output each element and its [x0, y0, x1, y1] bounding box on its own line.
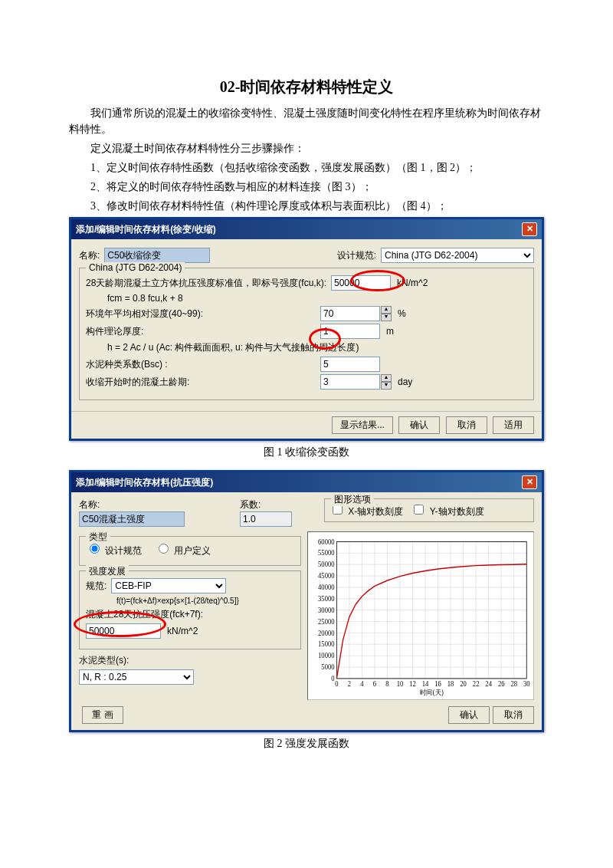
step-2: 2、将定义的时间依存特性函数与相应的材料连接（图 3）； [90, 179, 544, 195]
svg-text:5000: 5000 [321, 663, 335, 671]
ok-button[interactable]: 确认 [398, 416, 440, 434]
fcm-formula: fcm = 0.8 fcu,k + 8 [107, 293, 527, 304]
fcu-label: 28天龄期混凝土立方体抗压强度标准值，即标号强度(fcu,k): [86, 277, 326, 290]
svg-text:22: 22 [473, 680, 480, 688]
dialog-title: 添加/编辑时间依存材料(徐变/收缩) [76, 223, 216, 236]
humidity-unit: % [398, 308, 406, 319]
thickness-input[interactable] [320, 324, 380, 339]
humidity-label: 环境年平均相对湿度(40~99): [86, 307, 316, 321]
svg-text:15000: 15000 [318, 640, 335, 648]
thickness-unit: m [386, 326, 394, 337]
h-formula: h = 2 Ac / u (Ac: 构件截面面积, u: 构件与大气接触的周边长… [107, 341, 527, 354]
bsc-input[interactable] [320, 357, 380, 372]
close-icon[interactable]: ✕ [522, 475, 537, 489]
name-label: 名称: [79, 249, 100, 262]
dialog-comp-strength: 添加/编辑时间依存材料(抗压强度) ✕ 名称: 系数: 图形选项 X-轴对数刻度 [69, 470, 544, 732]
thickness-label: 构件理论厚度: [86, 325, 316, 338]
humidity-spinner[interactable]: ▲▼ [381, 306, 392, 321]
show-result-button[interactable]: 显示结果... [332, 416, 393, 434]
close-icon[interactable]: ✕ [522, 222, 537, 236]
shrink-age-spinner[interactable]: ▲▼ [381, 374, 392, 390]
spec-label: 规范: [86, 580, 107, 593]
svg-text:8: 8 [385, 680, 389, 688]
svg-text:35000: 35000 [318, 595, 335, 603]
svg-text:16: 16 [434, 680, 441, 688]
intro-paragraph-2: 定义混凝土时间依存材料特性分三步骤操作： [69, 140, 544, 156]
svg-text:12: 12 [409, 680, 416, 688]
spec-select[interactable]: China (JTG D62-2004) [381, 248, 534, 263]
svg-text:20000: 20000 [318, 629, 335, 636]
svg-text:55000: 55000 [318, 549, 335, 557]
xlog-checkbox[interactable]: X-轴对数刻度 [329, 506, 403, 517]
button-row: 显示结果... 确认 取消 适用 [71, 411, 542, 439]
fcu-input[interactable] [331, 275, 391, 291]
bsc-label: 水泥种类系数(Bsc) : [86, 358, 316, 371]
svg-text:0: 0 [335, 680, 339, 688]
fcu-unit: kN/m^2 [397, 278, 428, 288]
spec-label: 设计规范: [337, 249, 376, 262]
formula-text: f(t)=(fck+Δf)×exp{s×[1-(28/teq)^0.5]} [116, 597, 294, 605]
apply-button[interactable]: 适用 [493, 416, 534, 434]
svg-text:2: 2 [348, 680, 352, 688]
cancel-button[interactable]: 取消 [493, 706, 534, 724]
dialog-creep-shrinkage: 添加/编辑时间依存材料(徐变/收缩) ✕ 名称: 设计规范: China (JT… [69, 217, 544, 441]
ylog-checkbox[interactable]: Y-轴对数刻度 [411, 506, 484, 517]
fck-label: 混凝土28天抗压强度(fck+7f): [86, 608, 294, 621]
strength-dev-legend: 强度发展 [86, 565, 129, 578]
coef-input [240, 511, 292, 527]
fieldset-legend: China (JTG D62-2004) [86, 262, 185, 273]
strength-chart: 0500010000150002000025000300003500040000… [307, 531, 534, 700]
shrink-age-label: 收缩开始时的混凝土龄期: [86, 376, 316, 389]
svg-text:20: 20 [460, 680, 467, 688]
titlebar[interactable]: 添加/编辑时间依存材料(抗压强度) ✕ [71, 472, 542, 492]
svg-text:24: 24 [485, 680, 492, 688]
svg-text:14: 14 [422, 680, 429, 688]
redraw-button[interactable]: 重 画 [82, 706, 123, 724]
shrink-age-input[interactable] [320, 374, 380, 390]
cement-type-select[interactable]: N, R : 0.25 [79, 669, 194, 685]
svg-text:10000: 10000 [318, 652, 335, 659]
shrink-age-unit: day [398, 376, 412, 387]
svg-text:60000: 60000 [318, 538, 335, 545]
svg-text:45000: 45000 [318, 572, 335, 580]
svg-text:50000: 50000 [318, 561, 335, 568]
name-input[interactable] [104, 248, 210, 263]
svg-text:25000: 25000 [318, 617, 335, 625]
dialog-title: 添加/编辑时间依存材料(抗压强度) [76, 476, 213, 489]
cement-type-label: 水泥类型(s): [79, 654, 129, 667]
svg-text:6: 6 [373, 680, 377, 688]
svg-text:28: 28 [510, 680, 517, 688]
svg-text:26: 26 [498, 680, 505, 688]
cancel-button[interactable]: 取消 [446, 416, 487, 434]
type-legend: 类型 [86, 531, 110, 544]
fck-unit: kN/m^2 [167, 626, 198, 636]
type-user-radio[interactable]: 用户定义 [155, 545, 211, 556]
svg-text:40000: 40000 [318, 584, 335, 591]
type-spec-radio[interactable]: 设计规范 [86, 545, 142, 556]
svg-text:30: 30 [523, 680, 530, 688]
intro-paragraph-1: 我们通常所说的混凝土的收缩徐变特性、混凝土强度随时间变化特性在程序里统称为时间依… [69, 105, 544, 137]
svg-text:18: 18 [447, 680, 454, 688]
name-label: 名称: [79, 498, 232, 511]
humidity-input[interactable] [320, 306, 380, 321]
step-3: 3、修改时间依存材料特性值（构件理论厚度或体积与表面积比）（图 4）； [90, 198, 544, 214]
page-title: 02-时间依存材料特性定义 [69, 77, 544, 97]
name-input[interactable] [79, 511, 185, 527]
titlebar[interactable]: 添加/编辑时间依存材料(徐变/收缩) ✕ [71, 219, 542, 239]
svg-text:4: 4 [360, 680, 364, 688]
step-1: 1、定义时间依存特性函数（包括收缩徐变函数，强度发展函数）（图 1，图 2）； [90, 159, 544, 176]
svg-text:30000: 30000 [318, 606, 335, 613]
caption-2: 图 2 强度发展函数 [69, 737, 544, 751]
ok-button[interactable]: 确认 [448, 706, 490, 724]
caption-1: 图 1 收缩徐变函数 [69, 446, 544, 459]
coef-label: 系数: [240, 498, 316, 511]
svg-text:时间(天): 时间(天) [420, 689, 444, 696]
spec-select[interactable]: CEB-FIP [111, 578, 226, 593]
fck-input[interactable] [86, 623, 161, 639]
graph-opt-legend: 图形选项 [331, 493, 374, 506]
svg-text:10: 10 [397, 680, 404, 688]
